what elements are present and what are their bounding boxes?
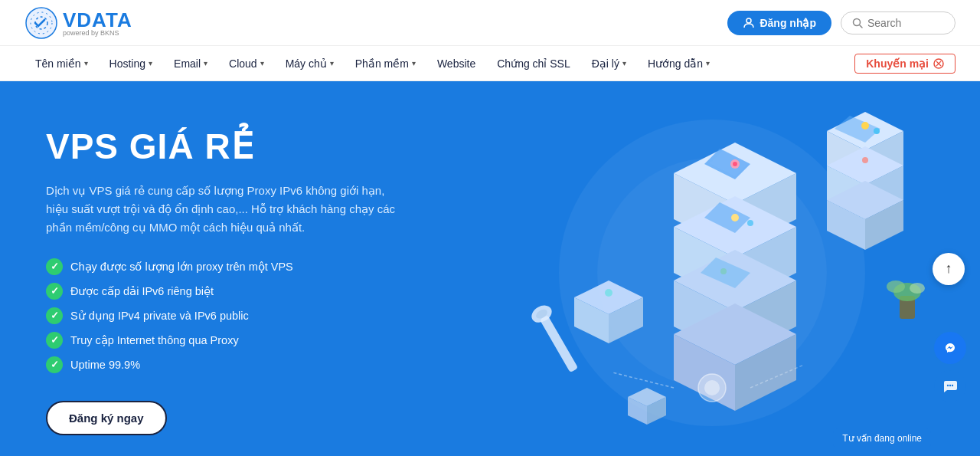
svg-point-23 bbox=[747, 220, 753, 226]
register-button[interactable]: Đăng ký ngay bbox=[46, 401, 167, 435]
svg-point-3 bbox=[746, 18, 751, 23]
header-actions: Đăng nhập bbox=[727, 11, 956, 35]
svg-point-28 bbox=[720, 268, 727, 274]
svg-point-48 bbox=[605, 289, 612, 297]
check-icon bbox=[46, 258, 63, 275]
chat-icon bbox=[942, 378, 959, 395]
hero-illustration bbox=[475, 97, 949, 449]
chat-label[interactable]: Tư vấn đang online bbox=[833, 428, 931, 448]
nav-item-promo[interactable]: Khuyến mại bbox=[854, 54, 956, 74]
feature-item: Sử dụng IPv4 private và IPv6 public bbox=[46, 307, 398, 324]
check-icon bbox=[46, 356, 63, 373]
nav-item-website[interactable]: Website bbox=[426, 46, 486, 81]
search-box[interactable] bbox=[841, 11, 956, 34]
chat-button[interactable] bbox=[934, 370, 966, 402]
messenger-icon bbox=[942, 340, 959, 356]
chevron-down-icon: ▾ bbox=[149, 59, 152, 67]
chevron-down-icon: ▾ bbox=[260, 59, 264, 67]
svg-point-36 bbox=[861, 122, 869, 130]
navbar: Tên miền ▾ Hosting ▾ Email ▾ Cloud ▾ Máy… bbox=[0, 46, 980, 81]
feature-item: Uptime 99.9% bbox=[46, 356, 398, 373]
nav-item-ssl[interactable]: Chứng chỉ SSL bbox=[486, 46, 581, 81]
nav-item-may-chu[interactable]: Máy chủ ▾ bbox=[275, 46, 345, 81]
nav-item-phan-mem[interactable]: Phần mềm ▾ bbox=[345, 46, 426, 81]
svg-point-57 bbox=[704, 380, 720, 395]
server-graphic bbox=[475, 97, 949, 449]
login-button[interactable]: Đăng nhập bbox=[727, 11, 831, 35]
feature-item: Truy cập Internet thông qua Proxy bbox=[46, 332, 398, 349]
search-icon bbox=[852, 18, 863, 28]
logo-icon bbox=[24, 6, 58, 40]
svg-point-41 bbox=[862, 157, 868, 163]
svg-point-37 bbox=[874, 128, 880, 134]
nav-item-huong-dan[interactable]: Hướng dẫn ▾ bbox=[637, 46, 720, 81]
chevron-down-icon: ▾ bbox=[622, 59, 626, 67]
check-icon bbox=[46, 307, 63, 324]
chevron-down-icon: ▾ bbox=[84, 59, 88, 67]
svg-point-54 bbox=[887, 280, 905, 293]
header: VDATA powered by BKNS Đăng nhập bbox=[0, 0, 980, 46]
search-input[interactable] bbox=[867, 17, 944, 29]
chevron-down-icon: ▾ bbox=[204, 59, 207, 67]
hero-features: Chạy được số lượng lớn proxy trên một VP… bbox=[46, 258, 398, 373]
hero-section: VPS GIÁ RẺ Dịch vụ VPS giá rẻ cung cấp s… bbox=[0, 81, 980, 456]
logo: VDATA powered by BKNS bbox=[24, 6, 132, 40]
user-icon bbox=[743, 17, 755, 29]
chevron-down-icon: ▾ bbox=[330, 59, 334, 67]
check-icon bbox=[46, 283, 63, 300]
messenger-button[interactable] bbox=[934, 332, 966, 364]
svg-point-17 bbox=[733, 162, 737, 166]
feature-item: Chạy được số lượng lớn proxy trên một VP… bbox=[46, 258, 398, 275]
logo-text: VDATA bbox=[63, 8, 132, 31]
svg-point-62 bbox=[949, 385, 951, 386]
nav-item-cloud[interactable]: Cloud ▾ bbox=[218, 46, 275, 81]
chevron-down-icon: ▾ bbox=[706, 59, 710, 67]
check-icon bbox=[46, 332, 63, 349]
hero-description: Dịch vụ VPS giá rẻ cung cấp số lượng Pro… bbox=[46, 182, 398, 237]
svg-point-4 bbox=[854, 18, 861, 25]
svg-point-22 bbox=[731, 214, 739, 221]
hero-title: VPS GIÁ RẺ bbox=[46, 127, 398, 166]
svg-point-61 bbox=[947, 385, 949, 386]
nav-item-hosting[interactable]: Hosting ▾ bbox=[99, 46, 163, 81]
svg-point-63 bbox=[952, 385, 953, 386]
feature-item: Được cấp dải IPv6 riêng biệt bbox=[46, 283, 398, 300]
chevron-down-icon: ▾ bbox=[412, 59, 416, 67]
hero-content: VPS GIÁ RẺ Dịch vụ VPS giá rẻ cung cấp s… bbox=[46, 127, 398, 435]
nav-item-ten-mien[interactable]: Tên miền ▾ bbox=[24, 46, 99, 81]
promo-icon bbox=[933, 58, 944, 69]
svg-point-60 bbox=[943, 341, 957, 355]
arrow-up-icon: ↑ bbox=[946, 261, 952, 277]
svg-point-55 bbox=[910, 283, 925, 294]
scroll-up-button[interactable]: ↑ bbox=[933, 253, 965, 285]
nav-item-email[interactable]: Email ▾ bbox=[163, 46, 218, 81]
nav-item-dai-ly[interactable]: Đại lý ▾ bbox=[581, 46, 637, 81]
